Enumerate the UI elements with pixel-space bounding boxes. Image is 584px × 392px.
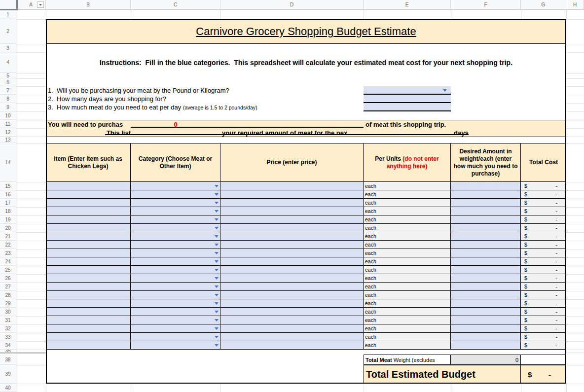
row-header-29[interactable]: 29 — [0, 299, 16, 308]
category-dropdown-icon[interactable] — [215, 185, 219, 187]
per-units-cell-row28[interactable]: each — [364, 291, 451, 299]
row-header-27[interactable]: 27 — [0, 283, 16, 291]
category-cell-row28[interactable] — [131, 291, 220, 299]
column-header-G[interactable]: G — [521, 0, 566, 10]
row-header-34[interactable]: 34 — [0, 341, 16, 350]
row-header-26[interactable]: 26 — [0, 274, 16, 283]
category-dropdown-icon[interactable] — [215, 269, 219, 271]
total-cell-row16[interactable]: $- — [521, 190, 566, 199]
total-cell-row27[interactable]: $- — [521, 283, 566, 291]
row-header-30[interactable]: 30 — [0, 308, 16, 316]
amount-cell-row18[interactable] — [451, 207, 521, 215]
amount-cell-row27[interactable] — [451, 283, 521, 291]
per-units-cell-row31[interactable]: each — [364, 316, 451, 324]
item-cell-row32[interactable] — [46, 324, 131, 333]
category-dropdown-icon[interactable] — [215, 327, 219, 330]
per-units-cell-row18[interactable]: each — [364, 207, 451, 215]
amount-cell-row15[interactable] — [451, 182, 521, 190]
item-cell-row34[interactable] — [46, 341, 131, 350]
row-header-31[interactable]: 31 — [0, 316, 16, 324]
column-header-C[interactable]: C — [131, 0, 220, 10]
category-cell-row31[interactable] — [131, 316, 220, 324]
total-cell-row26[interactable]: $- — [521, 274, 566, 283]
category-cell-row23[interactable] — [131, 249, 220, 257]
category-dropdown-icon[interactable] — [215, 294, 219, 296]
amount-cell-row32[interactable] — [451, 324, 521, 333]
price-cell-row33[interactable] — [220, 333, 364, 341]
item-cell-row22[interactable] — [46, 241, 131, 249]
price-cell-row32[interactable] — [220, 324, 364, 333]
price-cell-row30[interactable] — [220, 308, 364, 316]
category-cell-row34[interactable] — [131, 341, 220, 350]
category-cell-row30[interactable] — [131, 308, 220, 316]
row-header-10[interactable]: 10 — [0, 111, 16, 120]
row-header-32[interactable]: 32 — [0, 324, 16, 333]
category-cell-row25[interactable] — [131, 266, 220, 274]
item-cell-row16[interactable] — [46, 190, 131, 199]
per-units-cell-row21[interactable]: each — [364, 232, 451, 241]
per-units-cell-row30[interactable]: each — [364, 308, 451, 316]
hidden-rows-divider[interactable] — [0, 352, 46, 354]
price-cell-row24[interactable] — [220, 257, 364, 266]
price-cell-row28[interactable] — [220, 291, 364, 299]
total-cell-row25[interactable]: $- — [521, 266, 566, 274]
price-cell-row15[interactable] — [220, 182, 364, 190]
filter-button[interactable] — [37, 1, 44, 8]
item-cell-row33[interactable] — [46, 333, 131, 341]
category-dropdown-icon[interactable] — [215, 202, 219, 204]
category-cell-row18[interactable] — [131, 207, 220, 215]
item-cell-row18[interactable] — [46, 207, 131, 215]
per-units-cell-row26[interactable]: each — [364, 274, 451, 283]
per-units-cell-row33[interactable]: each — [364, 333, 451, 341]
category-cell-row29[interactable] — [131, 299, 220, 308]
select-all-corner[interactable] — [0, 0, 18, 10]
per-units-cell-row19[interactable]: each — [364, 215, 451, 224]
category-cell-row27[interactable] — [131, 283, 220, 291]
row-header-13[interactable]: 13 — [0, 137, 16, 143]
price-cell-row29[interactable] — [220, 299, 364, 308]
category-dropdown-icon[interactable] — [215, 260, 219, 263]
price-cell-row17[interactable] — [220, 199, 364, 207]
total-cell-row18[interactable]: $- — [521, 207, 566, 215]
unit-dropdown-icon[interactable] — [443, 89, 447, 92]
amount-cell-row19[interactable] — [451, 215, 521, 224]
row-header-6[interactable]: 6 — [0, 78, 16, 86]
amount-cell-row21[interactable] — [451, 232, 521, 241]
per-units-cell-row23[interactable]: each — [364, 249, 451, 257]
row-header-4[interactable]: 4 — [0, 52, 16, 73]
row-header-16[interactable]: 16 — [0, 190, 16, 199]
price-cell-row16[interactable] — [220, 190, 364, 199]
amount-cell-row24[interactable] — [451, 257, 521, 266]
item-cell-row21[interactable] — [46, 232, 131, 241]
days-input-cell[interactable] — [364, 95, 451, 103]
row-header-15[interactable]: 15 — [0, 182, 16, 190]
amount-cell-row28[interactable] — [451, 291, 521, 299]
category-dropdown-icon[interactable] — [215, 210, 219, 213]
amount-cell-row23[interactable] — [451, 249, 521, 257]
per-units-cell-row17[interactable]: each — [364, 199, 451, 207]
category-dropdown-icon[interactable] — [215, 218, 219, 221]
category-dropdown-icon[interactable] — [215, 277, 219, 280]
row-header-40[interactable]: 40 — [0, 384, 16, 392]
unit-select-cell[interactable] — [364, 86, 451, 95]
row-header-38[interactable]: 38 — [0, 355, 16, 365]
total-cell-row30[interactable]: $- — [521, 308, 566, 316]
row-header-33[interactable]: 33 — [0, 333, 16, 341]
amount-cell-row33[interactable] — [451, 333, 521, 341]
per-units-cell-row34[interactable]: each — [364, 341, 451, 350]
item-cell-row23[interactable] — [46, 249, 131, 257]
amount-cell-row16[interactable] — [451, 190, 521, 199]
row-header-20[interactable]: 20 — [0, 224, 16, 232]
amount-cell-row34[interactable] — [451, 341, 521, 350]
item-cell-row25[interactable] — [46, 266, 131, 274]
row-header-7[interactable]: 7 — [0, 86, 16, 95]
per-units-cell-row29[interactable]: each — [364, 299, 451, 308]
amount-cell-row20[interactable] — [451, 224, 521, 232]
column-header-F[interactable]: F — [451, 0, 521, 10]
row-header-28[interactable]: 28 — [0, 291, 16, 299]
item-cell-row19[interactable] — [46, 215, 131, 224]
column-header-H[interactable]: H — [566, 0, 584, 10]
amount-cell-row22[interactable] — [451, 241, 521, 249]
total-cell-row29[interactable]: $- — [521, 299, 566, 308]
item-cell-row30[interactable] — [46, 308, 131, 316]
